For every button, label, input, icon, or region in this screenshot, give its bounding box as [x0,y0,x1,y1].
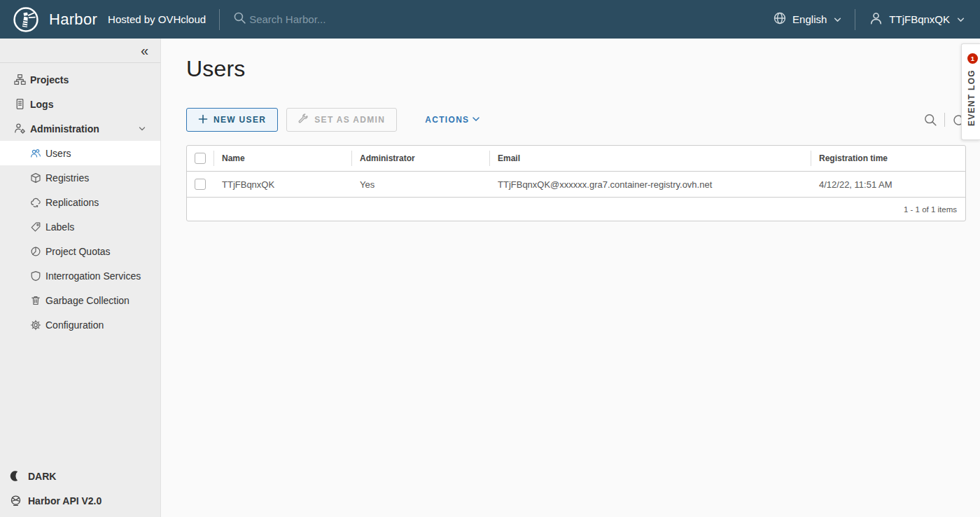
sidebar-item-registries[interactable]: Registries [0,165,160,190]
theme-toggle-dark[interactable]: DARK [0,464,160,488]
globe-icon [773,11,787,27]
users-group-icon [29,147,41,159]
harbor-api-link[interactable]: Harbor API V2.0 [0,488,160,513]
open-filter-search-button[interactable] [923,113,938,127]
app-header: Harbor Hosted by OVHcloud English [0,0,980,39]
sidebar-item-label: Garbage Collection [46,295,130,306]
new-user-button[interactable]: NEW USER [186,108,278,132]
sidebar-collapse-row: « [0,39,160,63]
actions-dropdown-button[interactable]: ACTIONS [414,108,492,132]
cell-administrator: Yes [351,179,489,190]
header-divider [219,9,220,30]
toolbar-divider [944,113,945,127]
trash-icon [29,294,41,306]
sidebar-item-garbage-collection[interactable]: Garbage Collection [0,288,160,312]
sidebar-item-replications[interactable]: Replications [0,190,160,214]
plus-icon [198,114,208,126]
sidebar-item-logs[interactable]: Logs [0,92,160,116]
world-icon [10,495,22,506]
page-title: Users [186,56,246,82]
sidebar-item-label: Logs [30,99,53,110]
column-header-registration-time[interactable]: Registration time [811,146,965,171]
actions-label: ACTIONS [425,115,469,125]
sidebar-item-configuration[interactable]: Configuration [0,312,160,337]
username-label: TTjFBqnxQK [889,13,950,25]
brand-subtitle: Hosted by OVHcloud [108,13,206,25]
users-toolbar: NEW USER SET AS ADMIN ACTIONS [186,107,966,132]
sidebar-item-label: Replications [46,197,99,208]
row-checkbox[interactable] [195,179,206,190]
sidebar-item-labels[interactable]: Labels [0,214,160,239]
row-checkbox-cell [187,172,214,197]
theme-toggle-label: DARK [28,471,56,482]
sidebar: « Projects Logs [0,39,161,517]
admin-user-gear-icon [14,123,26,135]
cube-icon [29,172,41,184]
pie-chart-icon [29,245,41,257]
cell-email: TTjFBqnxQK@xxxxxx.gra7.container-registr… [489,179,811,190]
wrench-icon [298,113,309,126]
header-divider [855,9,855,30]
gear-icon [29,319,41,331]
sidebar-item-administration[interactable]: Administration [0,116,160,141]
sidebar-item-project-quotas[interactable]: Project Quotas [0,239,160,263]
sidebar-item-label: Administration [30,123,99,135]
collapse-sidebar-icon[interactable]: « [141,43,148,57]
set-as-admin-label: SET AS ADMIN [314,115,385,125]
cell-name: TTjFBqnxQK [214,179,351,190]
event-log-label: EVENT LOG [967,69,976,126]
harbor-lighthouse-logo-icon [13,6,39,33]
search-input[interactable] [249,13,410,25]
brand-title: Harbor [49,11,97,29]
org-chart-icon [14,74,26,85]
tag-icon [29,221,41,233]
table-header-checkbox-cell [187,146,214,171]
api-link-label: Harbor API V2.0 [28,495,102,506]
shield-icon [29,270,41,282]
document-list-icon [14,98,26,110]
sidebar-item-label: Users [46,148,71,159]
sidebar-item-label: Interrogation Services [46,270,141,282]
sidebar-item-label: Labels [46,221,74,233]
sidebar-item-users[interactable]: Users [0,141,160,165]
column-header-administrator[interactable]: Administrator [351,146,489,171]
sidebar-item-label: Configuration [46,319,104,331]
moon-icon [10,470,22,482]
search-icon [233,11,246,27]
cloud-sync-icon [29,196,41,208]
pagination-summary: 1 - 1 of 1 items [904,205,957,214]
event-log-tab[interactable]: 1 EVENT LOG [961,43,980,140]
sidebar-item-label: Projects [30,74,69,85]
column-header-name[interactable]: Name [214,146,351,171]
chevron-down-icon [471,114,481,126]
chevron-down-icon [138,125,146,133]
sidebar-item-projects[interactable]: Projects [0,67,160,92]
new-user-label: NEW USER [214,115,266,125]
event-log-count-badge: 1 [967,53,978,64]
user-menu-dropdown[interactable]: TTjFBqnxQK [869,11,965,28]
sidebar-item-label: Project Quotas [46,246,111,257]
chevron-down-icon [957,14,965,26]
table-header-row: Name Administrator Email Registration ti… [187,146,965,172]
person-icon [869,11,883,28]
select-all-checkbox[interactable] [195,153,206,164]
global-search [233,11,410,27]
sidebar-item-interrogation-services[interactable]: Interrogation Services [0,263,160,288]
table-footer: 1 - 1 of 1 items [187,198,965,221]
chevron-down-icon [834,14,841,26]
language-label: English [792,13,827,25]
cell-registration-time: 4/12/22, 11:51 AM [811,179,965,190]
language-dropdown[interactable]: English [773,11,841,27]
column-header-email[interactable]: Email [489,146,811,171]
main-content: Users NEW USER SET AS ADMIN ACTIONS [162,39,980,517]
table-row[interactable]: TTjFBqnxQK Yes TTjFBqnxQK@xxxxxx.gra7.co… [187,172,965,198]
set-as-admin-button[interactable]: SET AS ADMIN [286,108,397,132]
users-table: Name Administrator Email Registration ti… [186,145,966,221]
sidebar-item-label: Registries [46,172,89,184]
